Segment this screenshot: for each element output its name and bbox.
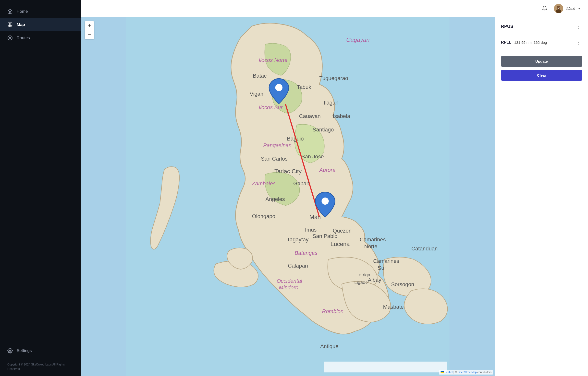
- map-area[interactable]: + −: [81, 17, 495, 376]
- svg-text:Camarines: Camarines: [373, 258, 399, 264]
- copyright-text: Copyright © 2024 SkyCrowd Labs All Right…: [7, 362, 74, 371]
- sidebar-item-map-label: Map: [17, 22, 25, 27]
- sidebar-item-map[interactable]: Map: [0, 18, 81, 31]
- svg-text:Angeles: Angeles: [265, 196, 285, 202]
- svg-text:Mindoro: Mindoro: [279, 284, 298, 291]
- svg-text:Lucena: Lucena: [331, 241, 350, 247]
- route-label: RPLL: [501, 40, 511, 45]
- home-icon: [7, 9, 13, 14]
- settings-icon: [7, 348, 13, 353]
- svg-text:Tarlac City: Tarlac City: [274, 168, 302, 175]
- svg-text:Occidental: Occidental: [277, 278, 302, 284]
- svg-rect-56: [324, 362, 447, 372]
- svg-point-2: [9, 37, 11, 39]
- zoom-out-button[interactable]: −: [85, 30, 94, 39]
- svg-point-8: [559, 7, 560, 7]
- panel-menu-button[interactable]: ⋮: [575, 23, 582, 30]
- right-panel: RPUS ⋮ RPLL 131.99 nm, 162 deg ⋮ Update …: [495, 17, 588, 376]
- sidebar-item-routes-label: Routes: [17, 35, 30, 40]
- top-header: t@s.d ▼: [81, 0, 588, 17]
- username: t@s.d: [566, 6, 575, 11]
- sidebar-item-routes[interactable]: Routes: [0, 31, 81, 45]
- svg-point-11: [275, 84, 282, 91]
- svg-text:San Pablo: San Pablo: [313, 233, 337, 239]
- svg-point-3: [9, 350, 11, 352]
- sidebar-item-home[interactable]: Home: [0, 5, 81, 18]
- route-info: RPLL 131.99 nm, 162 deg: [501, 40, 547, 45]
- sidebar-footer: Settings Copyright © 2024 SkyCrowd Labs …: [0, 339, 81, 376]
- map-controls: + −: [85, 21, 94, 39]
- svg-text:Camarines: Camarines: [360, 236, 386, 243]
- svg-text:San Jose: San Jose: [301, 153, 324, 160]
- svg-text:Cagayan: Cagayan: [346, 36, 369, 43]
- route-distance: 131.99 nm, 162 deg: [514, 40, 547, 45]
- svg-rect-0: [8, 23, 12, 27]
- svg-point-7: [557, 7, 558, 7]
- svg-text:Aurora: Aurora: [319, 167, 335, 173]
- svg-text:Sur: Sur: [378, 265, 386, 271]
- svg-text:Gapan: Gapan: [293, 180, 309, 187]
- svg-point-12: [321, 198, 329, 205]
- main-content: t@s.d ▼ + −: [81, 0, 588, 376]
- clear-button[interactable]: Clear: [501, 70, 582, 81]
- notification-bell[interactable]: [540, 4, 549, 13]
- map-icon: [7, 22, 13, 27]
- svg-text:Olongapo: Olongapo: [252, 213, 275, 219]
- chevron-down-icon: ▼: [578, 7, 581, 10]
- svg-text:Albay: Albay: [368, 277, 381, 283]
- sidebar-nav: Home Map Routes: [0, 0, 81, 339]
- content-area: + −: [81, 17, 588, 376]
- panel-title: RPUS: [501, 24, 513, 29]
- avatar: [554, 4, 563, 13]
- svg-text:Santiago: Santiago: [313, 127, 334, 133]
- svg-text:Romblon: Romblon: [322, 308, 343, 314]
- svg-text:Quezon: Quezon: [333, 228, 352, 234]
- svg-text:Batangas: Batangas: [294, 250, 317, 256]
- svg-text:Masbate: Masbate: [383, 304, 404, 310]
- svg-text:Man: Man: [309, 214, 321, 220]
- philippines-map: Cagayan Ilocos Norte Batac Vigan Tuguega…: [81, 17, 495, 376]
- svg-text:Tagaytay: Tagaytay: [287, 236, 308, 243]
- svg-text:Ilocos Norte: Ilocos Norte: [259, 57, 287, 63]
- svg-text:Imus: Imus: [305, 227, 317, 233]
- app-container: Home Map Routes: [0, 0, 588, 376]
- routes-icon: [7, 35, 13, 41]
- svg-text:Norte: Norte: [364, 243, 378, 249]
- update-button[interactable]: Update: [501, 56, 582, 67]
- svg-text:Sorsogon: Sorsogon: [391, 282, 414, 288]
- settings-item[interactable]: Settings: [7, 344, 74, 357]
- svg-text:Pangasinan: Pangasinan: [263, 142, 292, 148]
- sidebar-item-home-label: Home: [17, 9, 28, 14]
- svg-text:Tuguegarao: Tuguegarao: [319, 75, 348, 81]
- svg-point-1: [8, 36, 12, 40]
- svg-text:Ilocos Sur: Ilocos Sur: [259, 104, 283, 110]
- svg-text:Batac: Batac: [253, 73, 267, 79]
- svg-text:Antique: Antique: [320, 343, 339, 349]
- panel-header: RPUS ⋮: [495, 17, 588, 34]
- leaflet-flag: 🇺🇦: [441, 371, 444, 374]
- svg-text:Baguio: Baguio: [287, 136, 304, 142]
- svg-text:Ligao○: Ligao○: [354, 280, 368, 285]
- panel-route-row: RPLL 131.99 nm, 162 deg ⋮: [495, 34, 588, 51]
- route-menu-button[interactable]: ⋮: [575, 39, 582, 46]
- svg-text:Zambales: Zambales: [252, 180, 276, 187]
- svg-text:Ilagan: Ilagan: [324, 100, 339, 106]
- sidebar: Home Map Routes: [0, 0, 81, 376]
- svg-text:Catanduan: Catanduan: [411, 246, 438, 252]
- svg-text:Calapan: Calapan: [288, 263, 308, 269]
- svg-point-6: [556, 9, 561, 13]
- svg-text:Tabuk: Tabuk: [297, 84, 312, 90]
- zoom-in-button[interactable]: +: [85, 21, 94, 30]
- panel-actions: Update Clear: [495, 51, 588, 86]
- openstreetmap-link[interactable]: OpenStreetMap: [458, 371, 477, 374]
- svg-text:○Iriga: ○Iriga: [359, 272, 370, 277]
- svg-text:San Carlos: San Carlos: [261, 156, 288, 162]
- svg-text:Vigan: Vigan: [250, 91, 263, 97]
- settings-label: Settings: [17, 348, 32, 353]
- map-attribution: 🇺🇦 Leaflet | © OpenStreetMap contributor…: [439, 370, 493, 375]
- leaflet-link[interactable]: Leaflet: [445, 371, 453, 374]
- svg-text:Cauayan: Cauayan: [299, 113, 321, 119]
- user-section[interactable]: t@s.d ▼: [554, 4, 581, 13]
- svg-text:Isabela: Isabela: [333, 113, 350, 119]
